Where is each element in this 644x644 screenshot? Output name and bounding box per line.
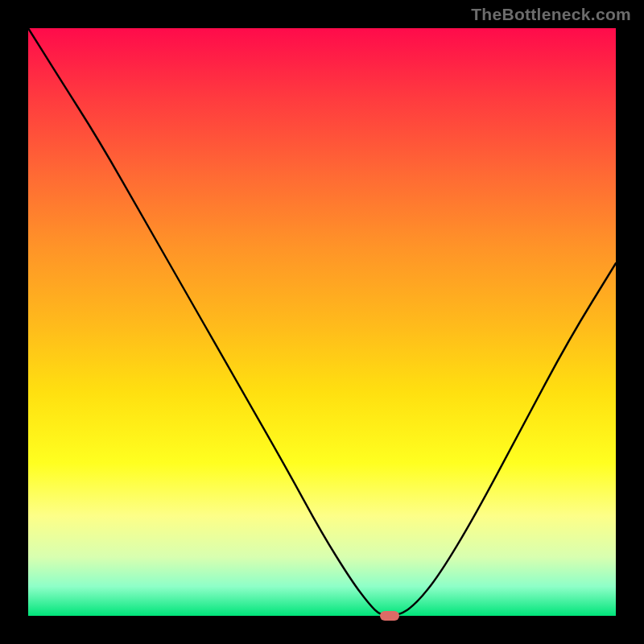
plot-area: [28, 28, 616, 616]
chart-frame: TheBottleneck.com: [0, 0, 644, 644]
attribution-text: TheBottleneck.com: [471, 5, 631, 24]
optimal-marker: [380, 611, 399, 621]
bottleneck-curve: [28, 28, 616, 616]
